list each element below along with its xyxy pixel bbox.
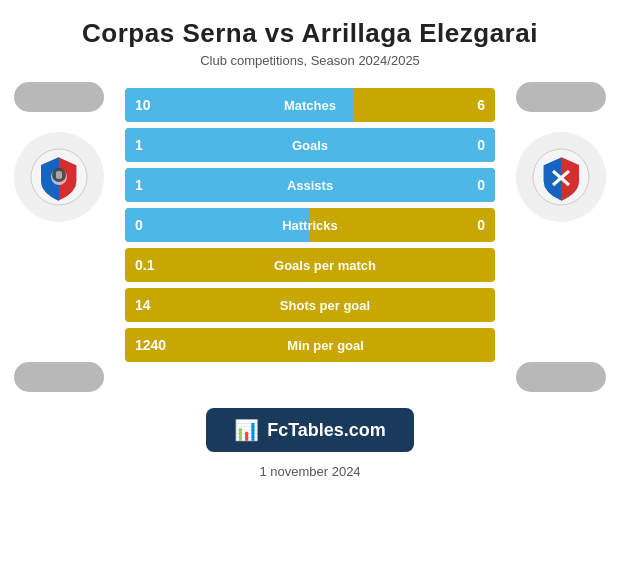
stat-hattricks-right: 0 bbox=[455, 217, 485, 233]
title-section: Corpas Serna vs Arrillaga Elezgarai Club… bbox=[0, 0, 620, 72]
stat-assists-label: Assists bbox=[165, 178, 455, 193]
stat-row-hattricks: 0 Hattricks 0 bbox=[125, 208, 495, 242]
date-section: 1 november 2024 bbox=[259, 464, 360, 479]
stat-bar-assists: 1 Assists 0 bbox=[125, 168, 495, 202]
logo-left-svg bbox=[29, 147, 89, 207]
badge-left-top bbox=[14, 82, 104, 112]
stat-hattricks-left: 0 bbox=[135, 217, 165, 233]
page-wrapper: Corpas Serna vs Arrillaga Elezgarai Club… bbox=[0, 0, 620, 580]
stat-hattricks-label: Hattricks bbox=[165, 218, 455, 233]
stat-matches-left: 10 bbox=[135, 97, 165, 113]
stat-bar-goals-per-match: 0.1 Goals per match bbox=[125, 248, 495, 282]
stat-row-goals-per-match: 0.1 Goals per match bbox=[125, 248, 495, 282]
stat-spg-label: Shots per goal bbox=[165, 298, 485, 313]
fctables-icon: 📊 bbox=[234, 418, 259, 442]
stat-row-assists: 1 Assists 0 bbox=[125, 168, 495, 202]
stat-row-goals: 1 Goals 0 bbox=[125, 128, 495, 162]
stat-spg-value: 14 bbox=[135, 297, 165, 313]
stat-assists-right: 0 bbox=[455, 177, 485, 193]
stat-assists-left: 1 bbox=[135, 177, 165, 193]
team-logo-right bbox=[516, 132, 606, 222]
fctables-text: FcTables.com bbox=[267, 420, 386, 441]
stat-goals-label: Goals bbox=[165, 138, 455, 153]
badge-left-bottom bbox=[14, 362, 104, 392]
date-text: 1 november 2024 bbox=[259, 464, 360, 479]
page-title: Corpas Serna vs Arrillaga Elezgarai bbox=[10, 18, 610, 49]
stat-matches-right: 6 bbox=[455, 97, 485, 113]
stat-mpg-value: 1240 bbox=[135, 337, 166, 353]
stat-gpm-value: 0.1 bbox=[135, 257, 165, 273]
badge-right-bottom bbox=[516, 362, 606, 392]
stats-area: 10 Matches 6 1 Goals 0 1 Assists bbox=[0, 82, 620, 392]
stat-bar-min-per-goal: 1240 Min per goal bbox=[125, 328, 495, 362]
team-logo-left bbox=[14, 132, 104, 222]
stat-row-matches: 10 Matches 6 bbox=[125, 88, 495, 122]
stat-goals-right: 0 bbox=[455, 137, 485, 153]
stat-bar-goals: 1 Goals 0 bbox=[125, 128, 495, 162]
fctables-section: 📊 FcTables.com bbox=[206, 408, 414, 452]
stat-matches-label: Matches bbox=[165, 98, 455, 113]
stat-row-min-per-goal: 1240 Min per goal bbox=[125, 328, 495, 362]
stat-mpg-label: Min per goal bbox=[166, 338, 485, 353]
logo-right-svg bbox=[531, 147, 591, 207]
stat-bar-hattricks: 0 Hattricks 0 bbox=[125, 208, 495, 242]
page-subtitle: Club competitions, Season 2024/2025 bbox=[10, 53, 610, 68]
stat-bar-shots-per-goal: 14 Shots per goal bbox=[125, 288, 495, 322]
stat-gpm-label: Goals per match bbox=[165, 258, 485, 273]
stat-goals-left: 1 bbox=[135, 137, 165, 153]
fctables-box: 📊 FcTables.com bbox=[206, 408, 414, 452]
bars-container: 10 Matches 6 1 Goals 0 1 Assists bbox=[125, 88, 495, 362]
badge-right-top bbox=[516, 82, 606, 112]
stat-row-shots-per-goal: 14 Shots per goal bbox=[125, 288, 495, 322]
stat-bar-matches: 10 Matches 6 bbox=[125, 88, 495, 122]
